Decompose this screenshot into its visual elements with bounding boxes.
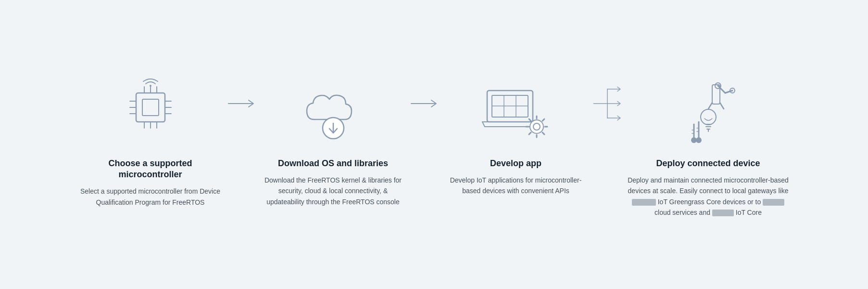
svg-line-44 — [708, 103, 712, 109]
svg-line-39 — [718, 86, 725, 93]
arrow-right-2 — [410, 98, 439, 109]
svg-rect-0 — [136, 93, 165, 122]
step-develop-title: Develop app — [490, 158, 541, 169]
step-deploy-desc: Deploy and maintain connected microcontr… — [627, 175, 790, 218]
step-microcontroller-title: Choose a supported microcontroller — [78, 158, 223, 181]
arrow-1 — [227, 71, 256, 109]
step-download: Download OS and libraries Download the F… — [256, 71, 410, 208]
step-deploy: Deploy connected device Deploy and maint… — [622, 71, 795, 218]
svg-line-31 — [542, 132, 544, 134]
svg-rect-1 — [142, 99, 159, 116]
svg-point-14 — [150, 85, 151, 87]
svg-point-46 — [701, 109, 716, 125]
svg-line-32 — [529, 132, 531, 134]
main-container: Choose a supported microcontroller Selec… — [0, 57, 868, 233]
step-develop: Develop app Develop IoT applications for… — [439, 71, 593, 197]
step-microcontroller-desc: Select a supported microcontroller from … — [78, 186, 223, 208]
arrow-3 — [593, 71, 622, 109]
step-download-title: Download OS and libraries — [278, 158, 388, 169]
microcontroller-icon — [119, 71, 182, 148]
svg-point-24 — [530, 120, 543, 133]
step-microcontroller: Choose a supported microcontroller Selec… — [74, 71, 227, 208]
step-download-desc: Download the FreeRTOS kernel & libraries… — [261, 175, 405, 207]
svg-point-52 — [696, 138, 701, 143]
deploy-icon — [670, 71, 747, 148]
step-develop-desc: Develop IoT applications for microcontro… — [444, 175, 588, 197]
svg-point-54 — [692, 138, 696, 143]
svg-line-45 — [720, 103, 724, 109]
svg-line-30 — [529, 119, 531, 121]
arrow-2 — [410, 71, 439, 109]
download-icon — [300, 71, 367, 148]
arrow-right-3 — [593, 98, 622, 109]
step-deploy-title: Deploy connected device — [656, 158, 760, 169]
svg-line-33 — [542, 119, 544, 121]
arrow-right-1 — [227, 98, 256, 109]
develop-icon — [480, 71, 552, 148]
